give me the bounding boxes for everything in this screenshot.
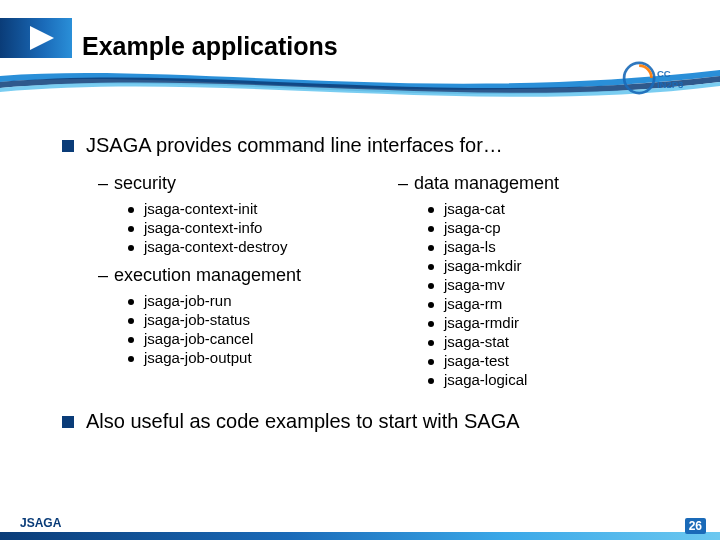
dot-bullet-icon <box>428 264 434 270</box>
dot-bullet-icon <box>428 359 434 365</box>
bullet-level2: –security <box>98 173 398 194</box>
dot-bullet-icon <box>428 226 434 232</box>
bullet-level3-list: jsaga-context-initjsaga-context-infojsag… <box>128 200 398 255</box>
dot-bullet-icon <box>128 356 134 362</box>
bullet-text: execution management <box>114 265 301 286</box>
dot-bullet-icon <box>428 245 434 251</box>
square-bullet-icon <box>62 140 74 152</box>
bullet-level3: jsaga-rmdir <box>428 314 676 331</box>
logo-text: CC <box>657 68 671 79</box>
bullet-text: jsaga-test <box>444 352 509 369</box>
slide-content: JSAGA provides command line interfaces f… <box>0 110 720 433</box>
bullet-text: jsaga-rmdir <box>444 314 519 331</box>
dot-bullet-icon <box>128 245 134 251</box>
bullet-level3: jsaga-rm <box>428 295 676 312</box>
bullet-level3: jsaga-mv <box>428 276 676 293</box>
dot-bullet-icon <box>428 302 434 308</box>
dash-bullet-icon: – <box>398 173 408 194</box>
bullet-level3: jsaga-logical <box>428 371 676 388</box>
bullet-level2: –data management <box>398 173 676 194</box>
bullet-level3: jsaga-job-status <box>128 311 398 328</box>
slide-title: Example applications <box>82 32 338 61</box>
bullet-level3-list: jsaga-job-runjsaga-job-statusjsaga-job-c… <box>128 292 398 366</box>
bullet-level3: jsaga-cp <box>428 219 676 236</box>
dot-bullet-icon <box>428 378 434 384</box>
column-left: –securityjsaga-context-initjsaga-context… <box>98 169 398 398</box>
dot-bullet-icon <box>128 318 134 324</box>
bullet-text: jsaga-context-info <box>144 219 262 236</box>
bullet-text: jsaga-mv <box>444 276 505 293</box>
svg-point-0 <box>624 63 654 93</box>
dot-bullet-icon <box>128 299 134 305</box>
bullet-text: jsaga-ls <box>444 238 496 255</box>
footer-bar <box>0 532 720 540</box>
bullet-level3: jsaga-context-info <box>128 219 398 236</box>
bullet-level3: jsaga-context-init <box>128 200 398 217</box>
bullet-level2: –execution management <box>98 265 398 286</box>
header-swoosh <box>0 62 720 108</box>
svg-text:IN2P3: IN2P3 <box>657 79 684 90</box>
bullet-text: security <box>114 173 176 194</box>
bullet-text: jsaga-job-output <box>144 349 252 366</box>
bullet-text: jsaga-context-destroy <box>144 238 287 255</box>
bullet-text: jsaga-job-run <box>144 292 232 309</box>
bullet-level3: jsaga-stat <box>428 333 676 350</box>
ccin2p3-logo: CC IN2P3 <box>620 56 702 100</box>
dot-bullet-icon <box>428 340 434 346</box>
bullet-text: JSAGA provides command line interfaces f… <box>86 134 503 157</box>
bullet-level1: JSAGA provides command line interfaces f… <box>62 134 676 157</box>
bullet-level3: jsaga-job-run <box>128 292 398 309</box>
title-arrow-bg <box>0 18 72 58</box>
bullet-text: jsaga-logical <box>444 371 527 388</box>
page-number: 26 <box>685 518 706 534</box>
bullet-level3: jsaga-context-destroy <box>128 238 398 255</box>
dash-bullet-icon: – <box>98 173 108 194</box>
bullet-text: jsaga-stat <box>444 333 509 350</box>
bullet-level3: jsaga-cat <box>428 200 676 217</box>
column-right: –data managementjsaga-catjsaga-cpjsaga-l… <box>398 169 676 398</box>
bullet-level3-list: jsaga-catjsaga-cpjsaga-lsjsaga-mkdirjsag… <box>428 200 676 388</box>
dot-bullet-icon <box>128 207 134 213</box>
bullet-text: data management <box>414 173 559 194</box>
footer-left-label: JSAGA <box>20 516 61 530</box>
title-bar: Example applications <box>0 18 720 58</box>
slide-footer: JSAGA 26 <box>0 512 720 540</box>
bullet-level3: jsaga-ls <box>428 238 676 255</box>
play-arrow-icon <box>30 26 54 50</box>
square-bullet-icon <box>62 416 74 428</box>
bullet-text: Also useful as code examples to start wi… <box>86 410 520 433</box>
dot-bullet-icon <box>428 283 434 289</box>
bullet-level3: jsaga-job-output <box>128 349 398 366</box>
dash-bullet-icon: – <box>98 265 108 286</box>
dot-bullet-icon <box>428 321 434 327</box>
bullet-level3: jsaga-job-cancel <box>128 330 398 347</box>
slide-header: Example applications CC IN2P3 <box>0 0 720 110</box>
dot-bullet-icon <box>428 207 434 213</box>
columns: –securityjsaga-context-initjsaga-context… <box>98 169 676 398</box>
dot-bullet-icon <box>128 337 134 343</box>
bullet-text: jsaga-cp <box>444 219 501 236</box>
bullet-text: jsaga-job-status <box>144 311 250 328</box>
bullet-text: jsaga-context-init <box>144 200 257 217</box>
dot-bullet-icon <box>128 226 134 232</box>
bullet-text: jsaga-job-cancel <box>144 330 253 347</box>
bullet-level1: Also useful as code examples to start wi… <box>62 410 676 433</box>
bullet-text: jsaga-rm <box>444 295 502 312</box>
bullet-level3: jsaga-test <box>428 352 676 369</box>
bullet-level3: jsaga-mkdir <box>428 257 676 274</box>
bullet-text: jsaga-cat <box>444 200 505 217</box>
bullet-text: jsaga-mkdir <box>444 257 522 274</box>
